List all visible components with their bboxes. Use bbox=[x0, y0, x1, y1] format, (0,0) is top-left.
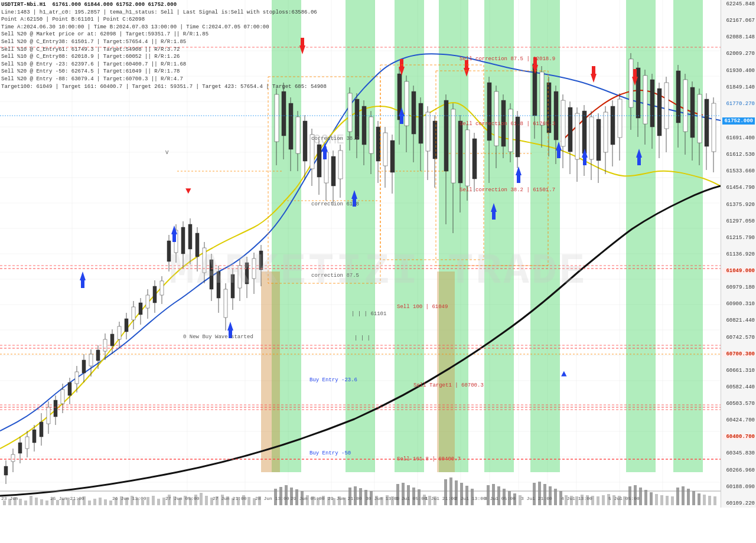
svg-rect-231 bbox=[676, 71, 680, 123]
svg-rect-129 bbox=[259, 251, 263, 270]
svg-rect-409 bbox=[671, 496, 674, 505]
svg-text:▲: ▲ bbox=[561, 369, 567, 380]
svg-text:▼: ▼ bbox=[185, 186, 191, 197]
svg-text:25 Jun 21:00: 25 Jun 21:00 bbox=[50, 496, 84, 501]
svg-rect-362 bbox=[396, 484, 399, 505]
svg-rect-155 bbox=[362, 106, 366, 145]
svg-rect-235 bbox=[690, 87, 695, 138]
svg-rect-97 bbox=[146, 295, 149, 308]
svg-rect-113 bbox=[203, 248, 206, 273]
price-61297: 61297.050 bbox=[722, 218, 755, 224]
svg-rect-85 bbox=[103, 339, 107, 351]
svg-rect-36 bbox=[395, 0, 424, 472]
svg-rect-309 bbox=[104, 499, 107, 505]
svg-text:0 New Buy Wave started: 0 New Buy Wave started bbox=[183, 334, 253, 340]
svg-rect-89 bbox=[118, 326, 121, 339]
svg-rect-395 bbox=[597, 496, 599, 505]
price-62245: 62245.848 bbox=[722, 1, 755, 7]
svg-rect-169 bbox=[412, 91, 416, 134]
svg-rect-229 bbox=[618, 99, 622, 138]
svg-rect-93 bbox=[132, 307, 135, 320]
svg-text:Sell correction 87.5 | 62018.9: Sell correction 87.5 | 62018.9 bbox=[460, 56, 555, 62]
svg-text:30 Jun 13:00: 30 Jun 13:00 bbox=[366, 496, 400, 501]
svg-rect-157 bbox=[369, 117, 373, 153]
svg-rect-79 bbox=[82, 360, 86, 373]
line11: Target100: 61049 | Target 161: 60400.7 |… bbox=[1, 83, 327, 91]
line5: Sell %20 @ C_Entry38: 61501.7 | Target:5… bbox=[1, 38, 327, 46]
svg-text:27 Jun 05:00: 27 Jun 05:00 bbox=[165, 496, 200, 501]
svg-rect-71 bbox=[54, 400, 57, 417]
svg-rect-221 bbox=[589, 117, 594, 159]
svg-text:Buy Entry -50: Buy Entry -50 bbox=[309, 450, 351, 456]
svg-rect-327 bbox=[200, 493, 203, 505]
svg-rect-175 bbox=[433, 121, 437, 159]
info-panel: USDTIRT-Nbi.H1 61761.000 61844.000 61752… bbox=[1, 1, 327, 90]
svg-rect-376 bbox=[487, 485, 490, 505]
svg-rect-111 bbox=[195, 233, 199, 257]
svg-rect-101 bbox=[160, 281, 164, 295]
line2: Point A:62150 | Point B:61101 | Point C:… bbox=[1, 16, 327, 24]
svg-rect-245 bbox=[712, 103, 716, 152]
svg-text:23 Jun: 23 Jun bbox=[1, 496, 18, 501]
svg-rect-177 bbox=[444, 100, 448, 171]
price-60582: 60582.440 bbox=[722, 384, 755, 390]
svg-rect-296 bbox=[35, 498, 38, 505]
svg-text:correction 61.8: correction 61.8 bbox=[311, 201, 359, 207]
svg-rect-407 bbox=[660, 495, 663, 505]
svg-rect-239 bbox=[657, 89, 662, 136]
line7: Sell %10 @ C_Entry88: 62018.9 | Target:6… bbox=[1, 53, 327, 61]
svg-rect-42 bbox=[261, 272, 280, 472]
svg-rect-179 bbox=[451, 109, 455, 183]
symbol-line: USDTIRT-Nbi.H1 61761.000 61844.000 61752… bbox=[1, 1, 327, 9]
price-axis: 62245.848 62167.067 62088.148 62009.270 … bbox=[721, 0, 756, 508]
svg-rect-59 bbox=[11, 454, 15, 462]
price-61215: 61215.790 bbox=[722, 235, 755, 241]
svg-rect-173 bbox=[426, 112, 430, 151]
svg-rect-69 bbox=[47, 407, 50, 424]
svg-rect-125 bbox=[245, 263, 249, 284]
svg-text:2 Jul 13:00: 2 Jul 13:00 bbox=[455, 496, 486, 501]
svg-rect-123 bbox=[238, 266, 242, 288]
svg-rect-408 bbox=[666, 496, 669, 505]
svg-text:5 Jul 05:00: 5 Jul 05:00 bbox=[608, 496, 640, 501]
svg-text:| | | 61101: | | | 61101 bbox=[351, 311, 386, 317]
svg-rect-91 bbox=[125, 319, 128, 332]
price-61770: 61770.270 bbox=[722, 101, 755, 107]
svg-rect-377 bbox=[492, 484, 495, 505]
svg-rect-65 bbox=[32, 430, 36, 443]
svg-rect-149 bbox=[338, 151, 343, 179]
current-price: 61752.000 bbox=[722, 117, 755, 125]
line3: Time A:2024.06.30 10:00:00 | Time B:2024… bbox=[1, 24, 327, 31]
svg-rect-43 bbox=[437, 272, 455, 472]
svg-rect-137 bbox=[296, 117, 300, 153]
svg-rect-99 bbox=[153, 286, 157, 303]
svg-rect-370 bbox=[444, 479, 447, 505]
svg-rect-87 bbox=[110, 334, 114, 346]
svg-rect-317 bbox=[146, 497, 149, 505]
svg-text:3 Jul 21:00: 3 Jul 21:00 bbox=[521, 496, 552, 501]
svg-rect-75 bbox=[68, 382, 71, 395]
price-60661: 60661.310 bbox=[722, 368, 755, 374]
svg-text:correction 87.5: correction 87.5 bbox=[311, 273, 359, 279]
price-60742: 60742.570 bbox=[722, 335, 755, 341]
svg-rect-310 bbox=[109, 501, 112, 505]
price-60109: 60109.220 bbox=[722, 501, 755, 506]
svg-rect-227 bbox=[611, 106, 615, 145]
price-60424: 60424.700 bbox=[722, 417, 755, 423]
svg-text:3 Jul 05:00: 3 Jul 05:00 bbox=[484, 496, 516, 501]
svg-rect-73 bbox=[61, 390, 64, 404]
svg-rect-364 bbox=[407, 485, 410, 505]
svg-text:COME: COME bbox=[313, 133, 344, 148]
svg-rect-57 bbox=[4, 466, 8, 475]
svg-rect-107 bbox=[181, 227, 185, 254]
svg-rect-215 bbox=[636, 68, 640, 118]
svg-rect-117 bbox=[217, 272, 220, 298]
svg-rect-384 bbox=[538, 482, 541, 505]
svg-rect-318 bbox=[152, 496, 155, 505]
line10: Sell %20 @ Entry -88: 63079.4 | Target:6… bbox=[1, 76, 327, 83]
svg-rect-187 bbox=[487, 83, 491, 140]
svg-text:1 Jul 21:00: 1 Jul 21:00 bbox=[425, 496, 457, 501]
svg-rect-233 bbox=[683, 80, 687, 132]
svg-text:1 Jul 05:00: 1 Jul 05:00 bbox=[396, 496, 427, 501]
svg-rect-143 bbox=[317, 145, 321, 177]
